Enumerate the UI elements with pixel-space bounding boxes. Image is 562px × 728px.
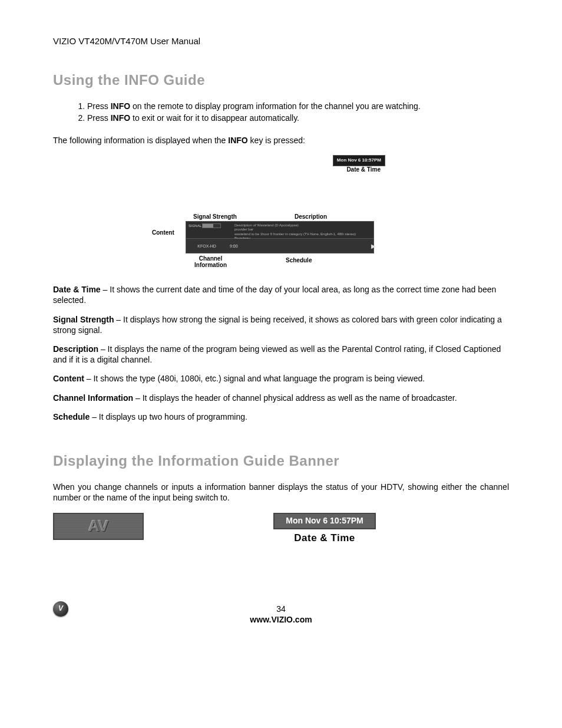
heading-info-banner: Displaying the Information Guide Banner <box>53 452 509 470</box>
datetime-banner: Mon Nov 6 10:57PM <box>273 513 376 529</box>
footer-url: www.VIZIO.com <box>53 614 509 625</box>
av-banner: AV <box>53 513 144 540</box>
label-description: Description <box>295 213 327 220</box>
label-signal-strength: Signal Strength <box>193 213 237 220</box>
heading-info-guide: Using the INFO Guide <box>53 71 509 89</box>
def-content: Content – It shows the type (480i, 1080i… <box>53 373 509 384</box>
def-channel-info: Channel Information – It displays the he… <box>53 393 509 403</box>
def-signal: Signal Strength – It displays how strong… <box>53 314 509 335</box>
page-number: 34 <box>53 604 509 614</box>
datetime-banner-label: Date & Time <box>273 532 376 545</box>
page-footer: V 34 www.VIZIO.com <box>53 604 509 625</box>
label-content: Content <box>152 229 174 236</box>
def-description: Description – It displays the name of th… <box>53 344 509 365</box>
vizio-logo-icon: V <box>53 601 68 617</box>
manual-header: VIZIO VT420M/VT470M User Manual <box>53 35 509 47</box>
banner-examples: AV Mon Nov 6 10:57PM Date & Time <box>53 513 509 545</box>
panel-time: 9:00 <box>227 243 238 249</box>
def-schedule: Schedule – It displays up two hours of p… <box>53 411 509 422</box>
banner-paragraph: When you change channels or inputs a inf… <box>53 482 509 503</box>
panel-signal: SIGNAL <box>186 222 232 230</box>
definitions: Date & Time – It shows the current date … <box>53 284 509 422</box>
datetime-caption: Date & Time <box>346 166 381 173</box>
step-1: Press INFO on the remote to display prog… <box>87 101 509 111</box>
osd-panel: SIGNAL Description of Wasteland (D Apoca… <box>186 221 374 253</box>
label-schedule: Schedule <box>286 256 312 264</box>
intro-text: The following information is displayed w… <box>53 135 509 146</box>
step-2: Press INFO to exit or wait for it to dis… <box>87 113 509 123</box>
label-channel-info: Channel Information <box>194 255 227 268</box>
panel-channel: KFOX-HD <box>186 243 227 249</box>
datetime-pill: Mon Nov 6 10:57PM <box>333 155 385 166</box>
info-diagram: Mon Nov 6 10:57PM Date & Time Signal Str… <box>53 155 509 276</box>
chevron-right-icon: ▶ <box>371 242 376 250</box>
signal-bars-icon <box>202 223 221 228</box>
steps-list: Press INFO on the remote to display prog… <box>53 101 509 123</box>
def-datetime: Date & Time – It shows the current date … <box>53 284 509 305</box>
